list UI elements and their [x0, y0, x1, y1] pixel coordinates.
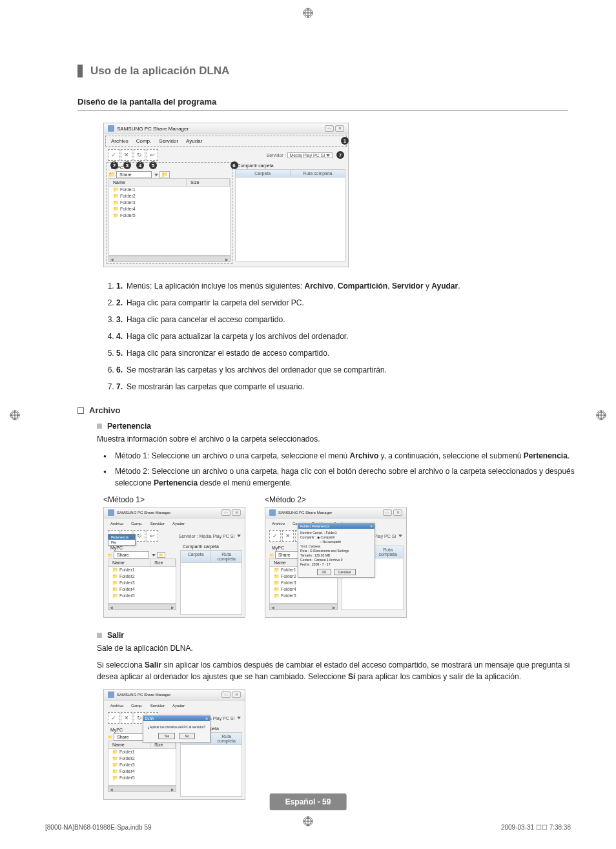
method-labels: <Método 1> <Método 2>: [103, 495, 577, 504]
menu-item-file[interactable]: File: [108, 540, 135, 545]
col-ruta: Ruta completa: [291, 170, 345, 177]
salir-line1: Sale de la aplicación DLNA.: [97, 642, 575, 654]
cancel-button[interactable]: Cancelar: [334, 569, 356, 575]
close-icon[interactable]: ✕: [370, 524, 373, 528]
scrollbar[interactable]: ◀▶: [108, 256, 231, 262]
steps-list: 1.Menús: La aplicación incluye los menús…: [103, 280, 575, 393]
heading-pertenencia: Pertenencia: [97, 422, 577, 431]
ok-button[interactable]: OK: [317, 569, 331, 575]
col-carpeta: Carpeta: [236, 170, 291, 177]
titlebar: SAMSUNG PC Share Manager — ✕: [104, 123, 348, 134]
callout-1: 1: [341, 137, 349, 145]
print-file: [8000-NA]BN68-01988E-Spa.indb 59: [45, 824, 152, 831]
heading-archivo: Archivo: [77, 405, 577, 415]
confirm-dialog: DLNA✕ ¿Aplicar los cambios del PC al ser…: [143, 715, 210, 742]
menu-ayudar[interactable]: Ayudar: [172, 522, 185, 526]
properties-dialog: Folder1 Pertenencia✕ Nombre Compt. : Fol…: [298, 523, 375, 578]
shared-list[interactable]: [235, 178, 345, 261]
step-2: 2.Haga clic para compartir la carpeta de…: [116, 297, 575, 309]
print-footer: [8000-NA]BN68-01988E-Spa.indb 59 2009-03…: [45, 824, 571, 831]
no-button[interactable]: No: [179, 733, 194, 739]
list-item[interactable]: 📁 Folder2: [109, 193, 230, 199]
app-icon: [108, 125, 114, 132]
file-list[interactable]: Name Size 📁 Folder1 📁 Folder2 📁 Folder3 …: [108, 178, 231, 256]
menu-archivo[interactable]: Archivo: [110, 522, 123, 526]
pertenencia-methods: Método 1: Seleccione un archivo o una ca…: [103, 450, 575, 489]
callout-7: 7: [336, 151, 344, 159]
list-item[interactable]: 📁 Folder4: [109, 206, 230, 212]
section-title: Uso de la aplicación DLNA: [77, 65, 577, 77]
close-icon[interactable]: ✕: [205, 717, 208, 721]
toolbar: ✓2 ✕3 ↻4 ↩5 Servidor : Media Play PC Si …: [104, 148, 348, 162]
sync-icon[interactable]: ↩: [147, 530, 158, 542]
menu-servidor[interactable]: Servidor: [150, 522, 165, 526]
close-button[interactable]: ✕: [232, 509, 241, 516]
refresh-icon[interactable]: ↻4: [134, 149, 145, 161]
title-accent: [77, 65, 83, 77]
method2-label: <Método 2>: [265, 495, 407, 504]
registration-mark-icon: [303, 8, 313, 18]
menu-comp[interactable]: Comp.: [131, 522, 143, 526]
registration-mark-icon: [596, 410, 606, 420]
menu-ayudar[interactable]: Ayudar: [186, 138, 202, 144]
list-item[interactable]: 📁 Folder3: [109, 199, 230, 206]
method-2-text: Método 2: Seleccione un archivo o una ca…: [103, 465, 575, 489]
folder-nav-icon[interactable]: 📁: [159, 171, 170, 178]
compartir-label: Compartir carpeta: [235, 162, 345, 169]
pertenencia-desc: Muestra información sobre el archivo o l…: [97, 433, 575, 445]
step-6: 6.Se mostrarán las carpetas y los archiv…: [116, 364, 575, 376]
right-pane: Compartir carpeta Carpeta Ruta completa: [235, 162, 345, 264]
print-timestamp: 2009-03-31 ☐☐ 7:38:38: [501, 824, 571, 831]
minimize-button[interactable]: —: [383, 509, 392, 516]
step-3: 3.Haga clic para cancelar el acceso comp…: [116, 314, 575, 325]
window-title: SAMSUNG PC Share Manager: [117, 126, 189, 132]
app-window-method2: SAMSUNG PC Share Manager —✕ ArchivoComp.…: [265, 507, 407, 618]
col-name: Name: [109, 179, 187, 186]
step-1: 1.Menús: La aplicación incluye los menús…: [116, 280, 575, 292]
refresh-icon[interactable]: ↻: [134, 530, 145, 542]
method1-label: <Método 1>: [103, 495, 245, 504]
sync-icon[interactable]: ↩5: [147, 149, 158, 161]
close-button[interactable]: ✕: [393, 509, 402, 516]
app-window-method1: SAMSUNG PC Share Manager —✕ Archivo Comp…: [103, 507, 245, 618]
list-item[interactable]: 📁 Folder1: [109, 187, 230, 193]
method-1-text: Método 1: Seleccione un archivo o una ca…: [103, 450, 575, 462]
menu-servidor[interactable]: Servidor: [159, 138, 178, 144]
list-item[interactable]: 📁 Folder5: [109, 212, 230, 219]
col-size: Size: [187, 179, 230, 186]
app-window-main: SAMSUNG PC Share Manager — ✕ Archivo Com…: [103, 123, 349, 267]
share-select[interactable]: Share: [116, 171, 152, 178]
salir-line2: Si selecciona Salir sin aplicar los camb…: [97, 659, 575, 682]
left-pane: MyPC 📁 Share 📁 Name Size 📁 Folder1 📁 Fol…: [107, 162, 232, 264]
subsection-title: Diseño de la pantalla del programa: [77, 97, 568, 111]
app-window-salir: SAMSUNG PC Share Manager—✕ ArchivoComp.S…: [103, 689, 245, 800]
page-title: Uso de la aplicación DLNA: [90, 65, 229, 77]
registration-mark-icon: [10, 410, 20, 420]
heading-salir: Salir: [97, 631, 577, 640]
close-button[interactable]: ✕: [335, 125, 344, 132]
step-7: 7.Se mostrarán las carpetas que comparte…: [116, 381, 575, 393]
minimize-button[interactable]: —: [325, 125, 334, 132]
step-4: 4.Haga clic para actualizar la carpeta y…: [116, 331, 575, 342]
step-5: 5.Haga clic para sincronizar el estado d…: [116, 347, 575, 359]
page-number-badge: Español - 59: [270, 793, 347, 810]
server-dropdown[interactable]: Media Play PC Si: [287, 152, 333, 158]
menu-comp[interactable]: Comp.: [136, 138, 152, 144]
mypc-label: MyPC: [108, 164, 231, 171]
yes-button[interactable]: Yes: [158, 733, 175, 739]
archivo-dropdown: Pertenencia File: [108, 534, 136, 546]
menu-archivo[interactable]: Archivo: [111, 138, 128, 144]
share-folder-icon[interactable]: ✓2: [108, 149, 119, 161]
minimize-button[interactable]: —: [221, 509, 231, 516]
server-label: Servidor : Media Play PC Si 7: [267, 151, 344, 159]
menu-item-pertenencia[interactable]: Pertenencia: [108, 535, 135, 540]
menubar: Archivo Comp. Servidor Ayudar 1: [105, 136, 347, 147]
unshare-folder-icon[interactable]: ✕3: [121, 149, 132, 161]
